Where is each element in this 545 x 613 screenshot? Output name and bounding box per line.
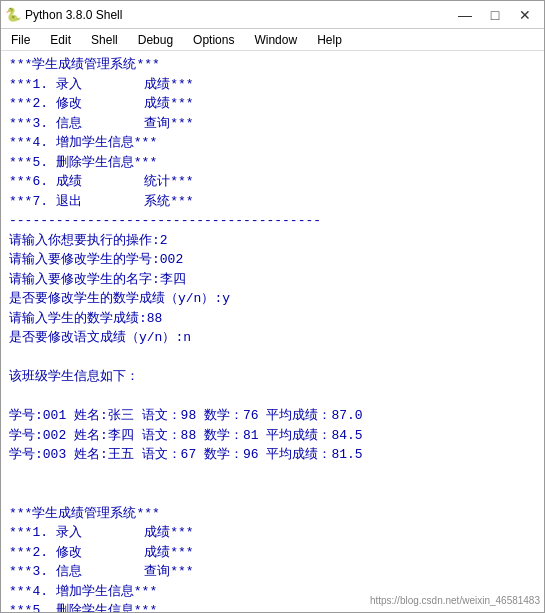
menu-file[interactable]: File [5, 32, 36, 48]
shell-output: ***学生成绩管理系统*** ***1. 录入 成绩*** ***2. 修改 成… [9, 55, 536, 612]
close-button[interactable]: ✕ [510, 5, 540, 25]
title-controls: — □ ✕ [450, 5, 540, 25]
menu-window[interactable]: Window [248, 32, 303, 48]
shell-content[interactable]: ***学生成绩管理系统*** ***1. 录入 成绩*** ***2. 修改 成… [1, 51, 544, 612]
menu-help[interactable]: Help [311, 32, 348, 48]
main-window: 🐍 Python 3.8.0 Shell — □ ✕ File Edit She… [0, 0, 545, 613]
title-bar-left: 🐍 Python 3.8.0 Shell [5, 7, 122, 23]
app-icon: 🐍 [5, 7, 21, 23]
watermark: https://blog.csdn.net/weixin_46581483 [370, 593, 540, 608]
menu-options[interactable]: Options [187, 32, 240, 48]
menu-edit[interactable]: Edit [44, 32, 77, 48]
menu-bar: File Edit Shell Debug Options Window Hel… [1, 29, 544, 51]
title-bar: 🐍 Python 3.8.0 Shell — □ ✕ [1, 1, 544, 29]
maximize-button[interactable]: □ [480, 5, 510, 25]
minimize-button[interactable]: — [450, 5, 480, 25]
menu-debug[interactable]: Debug [132, 32, 179, 48]
window-title: Python 3.8.0 Shell [25, 8, 122, 22]
menu-shell[interactable]: Shell [85, 32, 124, 48]
